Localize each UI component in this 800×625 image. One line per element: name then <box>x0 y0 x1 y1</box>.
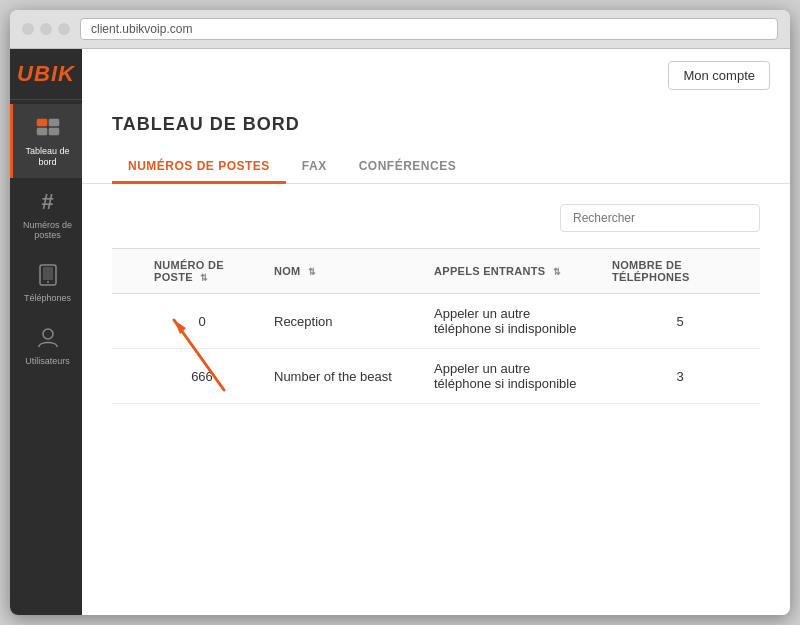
td-telephones-666: 3 <box>600 349 760 404</box>
browser-chrome: client.ubikvoip.com <box>10 10 790 49</box>
th-numero[interactable]: NUMÉRO DE POSTE ⇅ <box>142 249 262 294</box>
sidebar-label-numeros-de-postes: Numéros depostes <box>23 220 72 242</box>
phone-icon <box>34 261 62 289</box>
main-content: Mon compte TABLEAU DE BORD NUMÉROS DE PO… <box>82 49 790 615</box>
account-button[interactable]: Mon compte <box>668 61 770 90</box>
user-icon <box>34 324 62 352</box>
page-title: TABLEAU DE BORD <box>112 114 760 135</box>
svg-rect-3 <box>49 128 59 135</box>
sidebar-item-utilisateurs[interactable]: Utilisateurs <box>10 314 82 377</box>
sidebar-item-tableau-de-bord[interactable]: Tableau debord <box>10 104 82 178</box>
sidebar-label-telephones: Téléphones <box>24 293 71 304</box>
td-numero-0: 0 <box>142 294 262 349</box>
tabs: NUMÉROS DE POSTES FAX CONFÉRENCES <box>112 151 760 183</box>
page-header: TABLEAU DE BORD NUMÉROS DE POSTES FAX CO… <box>82 90 790 184</box>
tab-conferences[interactable]: CONFÉRENCES <box>343 151 473 184</box>
svg-point-7 <box>43 329 53 339</box>
hash-icon: # <box>34 188 62 216</box>
svg-rect-2 <box>37 128 47 135</box>
td-nom-666: Number of the beast <box>262 349 422 404</box>
td-telephones-0: 5 <box>600 294 760 349</box>
logo: UBIK <box>17 61 75 87</box>
svg-rect-5 <box>43 267 53 280</box>
td-numero-666: 666 <box>142 349 262 404</box>
sort-icon-appels: ⇅ <box>553 267 561 277</box>
th-appels[interactable]: APPELS ENTRANTS ⇅ <box>422 249 600 294</box>
td-nom-0: Reception <box>262 294 422 349</box>
tab-numeros-de-postes[interactable]: NUMÉROS DE POSTES <box>112 151 286 184</box>
tab-fax[interactable]: FAX <box>286 151 343 184</box>
logo-area: UBIK <box>10 49 82 100</box>
sidebar-item-telephones[interactable]: Téléphones <box>10 251 82 314</box>
table-wrapper: NUMÉRO DE POSTE ⇅ NOM ⇅ APPELS ENTRANTS … <box>112 248 760 404</box>
traffic-light-minimize[interactable] <box>40 23 52 35</box>
dashboard-icon <box>34 114 62 142</box>
table-row[interactable]: 666 Number of the beast Appeler un autre… <box>112 349 760 404</box>
data-table: NUMÉRO DE POSTE ⇅ NOM ⇅ APPELS ENTRANTS … <box>112 248 760 404</box>
svg-rect-1 <box>49 119 59 126</box>
address-bar[interactable]: client.ubikvoip.com <box>80 18 778 40</box>
table-header-row: NUMÉRO DE POSTE ⇅ NOM ⇅ APPELS ENTRANTS … <box>112 249 760 294</box>
th-arrow-col <box>112 249 142 294</box>
sort-icon-nom: ⇅ <box>308 267 316 277</box>
td-appels-0: Appeler un autre téléphone si indisponib… <box>422 294 600 349</box>
sort-icon-numero: ⇅ <box>200 273 208 283</box>
table-body: 0 Reception Appeler un autre téléphone s… <box>112 294 760 404</box>
sidebar-item-numeros-de-postes[interactable]: # Numéros depostes <box>10 178 82 252</box>
traffic-lights <box>22 23 70 35</box>
th-telephones: NOMBRE DE TÉLÉPHONES <box>600 249 760 294</box>
content-area: NUMÉRO DE POSTE ⇅ NOM ⇅ APPELS ENTRANTS … <box>82 184 790 615</box>
traffic-light-close[interactable] <box>22 23 34 35</box>
table-row[interactable]: 0 Reception Appeler un autre téléphone s… <box>112 294 760 349</box>
app-container: UBIK Tableau debord # <box>10 49 790 615</box>
sidebar-label-utilisateurs: Utilisateurs <box>25 356 70 367</box>
th-nom[interactable]: NOM ⇅ <box>262 249 422 294</box>
svg-point-6 <box>47 281 49 283</box>
top-bar: Mon compte <box>82 49 790 90</box>
td-appels-666: Appeler un autre téléphone si indisponib… <box>422 349 600 404</box>
sidebar-nav: Tableau debord # Numéros depostes Télép <box>10 104 82 377</box>
td-arrow-2 <box>112 349 142 404</box>
sidebar-label-tableau-de-bord: Tableau debord <box>25 146 69 168</box>
traffic-light-maximize[interactable] <box>58 23 70 35</box>
td-arrow-1 <box>112 294 142 349</box>
sidebar: UBIK Tableau debord # <box>10 49 82 615</box>
svg-rect-0 <box>37 119 47 126</box>
browser-window: client.ubikvoip.com UBIK <box>10 10 790 615</box>
search-bar-row <box>112 204 760 232</box>
search-input[interactable] <box>560 204 760 232</box>
